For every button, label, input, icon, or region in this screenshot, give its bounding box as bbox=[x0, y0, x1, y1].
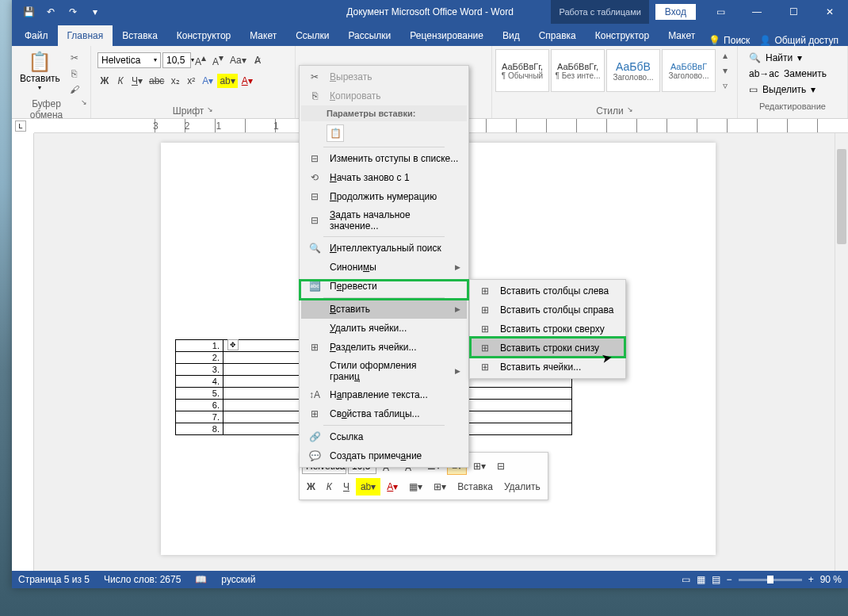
qat-customize[interactable]: ▾ bbox=[85, 2, 105, 22]
cm-delete-cells[interactable]: Удалить ячейки... bbox=[301, 319, 467, 338]
mt-bold[interactable]: Ж bbox=[302, 478, 320, 495]
view-web-layout[interactable]: ▤ bbox=[712, 574, 720, 585]
sm-insert-rows-above[interactable]: ⊞Вставить строки сверху bbox=[472, 319, 624, 339]
cm-translate[interactable]: 🔤Перевести bbox=[301, 277, 467, 296]
shrink-font-button[interactable]: A▾ bbox=[210, 51, 226, 69]
share-button[interactable]: 👤 Общий доступ bbox=[759, 35, 838, 46]
text-effects-button[interactable]: A▾ bbox=[200, 74, 216, 88]
mt-underline[interactable]: Ч bbox=[338, 478, 354, 495]
cm-insert[interactable]: Вставить▶ bbox=[301, 300, 467, 319]
view-print-layout[interactable]: ▦ bbox=[697, 574, 705, 585]
view-read-mode[interactable]: ▭ bbox=[682, 574, 690, 585]
tab-review[interactable]: Рецензирование bbox=[400, 25, 493, 46]
tab-design[interactable]: Конструктор bbox=[167, 25, 240, 46]
cm-restart-numbering[interactable]: ⟲Начать заново с 1 bbox=[301, 168, 467, 187]
cut-button[interactable]: ✂ bbox=[67, 51, 82, 65]
style-normal[interactable]: АаБбВвГг,¶ Обычный bbox=[495, 49, 549, 92]
sm-insert-cols-left[interactable]: ⊞Вставить столбцы слева bbox=[472, 281, 624, 300]
mt-borders[interactable]: ⊞▾ bbox=[429, 478, 451, 495]
format-painter-button[interactable]: 🖌 bbox=[67, 82, 82, 97]
style-heading2[interactable]: АаБбВвГЗаголово... bbox=[662, 49, 716, 92]
zoom-in[interactable]: + bbox=[808, 574, 814, 585]
paste-option[interactable]: 📋 bbox=[327, 124, 344, 142]
font-size-selector[interactable]: 10,5▾ bbox=[162, 52, 191, 68]
undo-button[interactable]: ↶ bbox=[40, 2, 61, 22]
superscript-button[interactable]: x² bbox=[184, 74, 198, 88]
cm-text-direction[interactable]: ↕AНаправление текста... bbox=[301, 385, 467, 404]
styles-gallery[interactable]: АаБбВвГг,¶ Обычный АаБбВвГг,¶ Без инте..… bbox=[495, 48, 733, 94]
tab-selector[interactable]: L bbox=[15, 121, 26, 132]
styles-more[interactable]: ▿ bbox=[717, 78, 733, 93]
mt-highlight[interactable]: ab▾ bbox=[356, 478, 380, 495]
style-nospacing[interactable]: АаБбВвГг,¶ Без инте... bbox=[551, 49, 605, 92]
bold-button[interactable]: Ж bbox=[97, 74, 112, 88]
scrollbar-thumb[interactable] bbox=[837, 149, 846, 244]
sm-insert-cols-right[interactable]: ⊞Вставить столбцы справа bbox=[472, 300, 624, 319]
style-heading1[interactable]: АаБбВЗаголово... bbox=[606, 49, 660, 92]
table-move-handle[interactable]: ✥ bbox=[227, 339, 239, 350]
select-button[interactable]: ▭ Выделить ▾ bbox=[744, 82, 841, 97]
underline-button[interactable]: Ч▾ bbox=[129, 74, 145, 88]
cm-new-comment[interactable]: 💬Создать примечание bbox=[301, 446, 467, 465]
tab-table-design[interactable]: Конструктор bbox=[586, 25, 659, 46]
replace-button[interactable]: ab→ac Заменить bbox=[744, 67, 841, 81]
close-button[interactable]: ✕ bbox=[812, 0, 848, 24]
highlight-button[interactable]: ab▾ bbox=[217, 74, 237, 88]
tab-references[interactable]: Ссылки bbox=[286, 25, 338, 46]
mt-font-color[interactable]: A▾ bbox=[382, 478, 403, 495]
paste-button[interactable]: 📋 Вставить ▾ bbox=[15, 48, 65, 94]
scrollbar-vertical[interactable] bbox=[835, 133, 848, 571]
styles-down[interactable]: ▾ bbox=[717, 63, 733, 78]
clear-formatting-button[interactable]: A̷ bbox=[250, 53, 265, 67]
mt-table-delete[interactable]: ⊟ bbox=[492, 457, 510, 475]
grow-font-button[interactable]: A▴ bbox=[193, 51, 208, 69]
ruler-vertical[interactable] bbox=[12, 133, 34, 571]
styles-up[interactable]: ▴ bbox=[717, 48, 733, 63]
signin-button[interactable]: Вход bbox=[655, 4, 696, 20]
cm-border-styles[interactable]: Стили оформления границ▶ bbox=[301, 357, 467, 385]
change-case-button[interactable]: Aa▾ bbox=[227, 53, 249, 67]
maximize-button[interactable]: ☐ bbox=[775, 0, 812, 24]
cm-continue-numbering[interactable]: ⊟Продолжить нумерацию bbox=[301, 187, 467, 206]
cm-table-properties[interactable]: ⊞Свойства таблицы... bbox=[301, 404, 467, 423]
cm-list-indents[interactable]: ⊟Изменить отступы в списке... bbox=[301, 149, 467, 168]
mt-shading[interactable]: ▦▾ bbox=[404, 478, 427, 495]
status-page[interactable]: Страница 5 из 5 bbox=[18, 574, 90, 585]
cm-synonyms[interactable]: Синонимы▶ bbox=[301, 258, 467, 277]
status-word-count[interactable]: Число слов: 2675 bbox=[104, 574, 181, 585]
tab-home[interactable]: Главная bbox=[58, 25, 113, 46]
mt-table-insert[interactable]: ⊞▾ bbox=[468, 457, 491, 475]
tell-me-search[interactable]: 💡 Поиск bbox=[709, 35, 750, 46]
zoom-slider[interactable] bbox=[739, 579, 802, 581]
mt-insert-btn[interactable]: Вставка bbox=[453, 478, 498, 495]
tab-help[interactable]: Справка bbox=[529, 25, 586, 46]
tab-table-layout[interactable]: Макет bbox=[659, 25, 705, 46]
ribbon-display-options[interactable]: ▭ bbox=[702, 0, 739, 24]
mt-delete-btn[interactable]: Удалить bbox=[499, 478, 545, 495]
cm-split-cells[interactable]: ⊞Разделить ячейки... bbox=[301, 338, 467, 357]
font-name-selector[interactable]: Helvetica▾ bbox=[97, 52, 161, 68]
subscript-button[interactable]: x₂ bbox=[168, 74, 182, 88]
font-color-button[interactable]: A▾ bbox=[239, 74, 255, 88]
cm-link[interactable]: 🔗Ссылка bbox=[301, 427, 467, 446]
cm-smart-lookup[interactable]: 🔍Интеллектуальный поиск bbox=[301, 239, 467, 258]
strikethrough-button[interactable]: abc bbox=[147, 74, 166, 88]
minimize-button[interactable]: — bbox=[739, 0, 775, 24]
zoom-out[interactable]: − bbox=[727, 574, 732, 585]
copy-button[interactable]: ⎘ bbox=[67, 67, 82, 81]
sm-insert-cells[interactable]: ⊞Вставить ячейки... bbox=[472, 358, 624, 377]
spellcheck-icon[interactable]: 📖 bbox=[195, 574, 207, 585]
redo-button[interactable]: ↷ bbox=[63, 2, 83, 22]
status-language[interactable]: русский bbox=[221, 574, 255, 585]
zoom-level[interactable]: 90 % bbox=[820, 574, 842, 585]
tab-insert[interactable]: Вставка bbox=[113, 25, 167, 46]
find-button[interactable]: 🔍 Найти ▾ bbox=[744, 51, 841, 65]
italic-button[interactable]: К bbox=[113, 74, 128, 88]
cm-set-numbering-value[interactable]: ⊟Задать начальное значение... bbox=[301, 206, 467, 235]
tab-layout[interactable]: Макет bbox=[240, 25, 286, 46]
tab-view[interactable]: Вид bbox=[493, 25, 529, 46]
mt-italic[interactable]: К bbox=[322, 478, 337, 495]
tab-file[interactable]: Файл bbox=[15, 25, 58, 46]
tab-mailings[interactable]: Рассылки bbox=[338, 25, 400, 46]
save-button[interactable]: 💾 bbox=[18, 2, 39, 22]
